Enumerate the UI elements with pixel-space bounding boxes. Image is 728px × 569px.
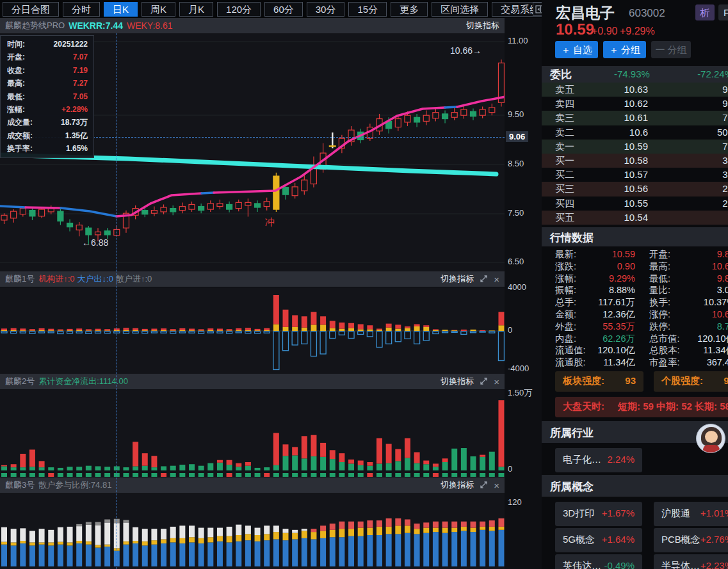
panel1-legend-item: 大户出↓:0 xyxy=(77,274,113,284)
add-group-button[interactable]: ＋ 分组 xyxy=(603,41,646,58)
switch-indicator-main[interactable]: 切换指标 xyxy=(466,20,499,31)
quote-panel: 宏昌电子 603002 析 F10 10.59 +0.90 +9.29% ＋ 自… xyxy=(542,0,728,569)
axis-label: 0 xyxy=(508,464,512,474)
panel3-bar-chart xyxy=(0,493,505,569)
tab-120分[interactable]: 120分 xyxy=(217,2,261,17)
weibi-value2: -72.24% xyxy=(697,68,728,79)
tooltip-row: 成交额:1.35亿 xyxy=(1,129,93,142)
quote-row: 涨幅:9.29%最低:9.80 xyxy=(542,273,728,285)
tooltip-row: 开盘:7.07 xyxy=(1,51,93,63)
panel3-header: 麒麟3号 散户参与比例:74.81 切换指标 × xyxy=(0,477,505,493)
panel1-header: 麒麟1号 机构进↑:0大户出↓:0散户进↑:0 切换指标 × xyxy=(0,271,505,287)
quote-row: 振幅:8.88%量比:3.07 xyxy=(542,284,728,296)
last-price: 10.59 xyxy=(556,20,594,38)
panel3-legend: 散户参与比例:74.81 xyxy=(38,479,441,491)
concept-chip-3D打印[interactable]: 3D打印+1.67% xyxy=(555,502,642,526)
chart-region: 麒麟趋势线PRO WEKRR:7.44 WEKY:8.61 切换指标 麒麟1号 … xyxy=(0,18,542,569)
concept-chip-半导体…[interactable]: 半导体…+2.23% xyxy=(654,554,728,569)
order-book-row[interactable]: 卖四10.6294 xyxy=(542,97,728,111)
quote-row: 最新:10.59开盘:9.80 xyxy=(542,248,728,260)
close-icon[interactable]: × xyxy=(494,378,499,385)
tab-区间选择[interactable]: 区间选择 xyxy=(432,2,488,17)
tab-60分[interactable]: 60分 xyxy=(264,2,303,17)
tooltip-row: 成交量:18.73万 xyxy=(1,116,93,129)
expand-icon[interactable] xyxy=(480,275,487,284)
chart-annotation: 10.66→ xyxy=(450,45,481,56)
tooltip-row: 最高:7.27 xyxy=(1,77,93,90)
close-icon[interactable]: × xyxy=(494,276,499,283)
quote-row: 流通值:120.10亿总股本:11.34亿 xyxy=(542,344,728,357)
order-book-row[interactable]: 买一10.5834 xyxy=(542,154,728,168)
switch-indicator-panel1[interactable]: 切换指标 xyxy=(441,273,474,285)
analysis-badge[interactable]: 析 xyxy=(695,4,715,20)
tab-月K[interactable]: 月K xyxy=(179,2,213,17)
order-book-row[interactable]: 卖二10.6503 xyxy=(542,125,728,140)
tooltip-row: 时间:20251222 xyxy=(1,38,93,51)
axis-label: 0 xyxy=(508,325,512,335)
industry-chip[interactable]: 电子化… 2.24% xyxy=(555,448,642,472)
switch-indicator-panel3[interactable]: 切换指标 xyxy=(441,479,474,491)
weibi-bar: 委比 -74.93% -72.24% xyxy=(542,66,728,83)
panel2-title: 麒麟2号 xyxy=(5,376,35,387)
tab-分日合图[interactable]: 分日合图 xyxy=(3,2,59,17)
axis-label: 9.06 xyxy=(506,131,528,142)
tab-15分[interactable]: 15分 xyxy=(348,2,387,17)
order-book-row[interactable]: 买三10.5623 xyxy=(542,182,728,196)
tab-分时[interactable]: 分时 xyxy=(63,2,100,17)
switch-indicator-panel2[interactable]: 切换指标 xyxy=(441,376,474,387)
tooltip-row: 涨幅:+2.28% xyxy=(1,103,93,116)
axis-label: 11.00 xyxy=(508,36,528,45)
concept-chip-PCB概念[interactable]: PCB概念+2.76% xyxy=(654,528,728,552)
axis-label: 6.50 xyxy=(508,257,524,266)
wekrr-value: WEKRR:7.44 xyxy=(69,20,123,31)
tab-周K[interactable]: 周K xyxy=(142,2,175,17)
tab-日K[interactable]: 日K xyxy=(104,2,138,17)
price-change-percent: +9.29% xyxy=(620,26,655,37)
trading-app: 分日合图分时日K周K月K120分60分30分15分更多区间选择交易系统 麒麟趋势… xyxy=(0,0,728,569)
expand-icon[interactable] xyxy=(480,481,487,490)
quote-section-header: 行情数据 xyxy=(542,227,728,246)
order-book-row[interactable]: 卖五10.6398 xyxy=(542,83,728,97)
tab-30分[interactable]: 30分 xyxy=(307,2,345,17)
axis-label: 8.50 xyxy=(508,159,524,168)
order-book-row[interactable]: 买四10.5526 xyxy=(542,196,728,211)
order-book-row[interactable]: 买五10.547 xyxy=(542,211,728,225)
price-axis: 11.009.508.507.506.509.0640000-40001.50万… xyxy=(505,18,542,569)
f10-badge[interactable]: F10 xyxy=(718,4,728,20)
panel1-legend-item: 机构进↑:0 xyxy=(38,274,74,284)
stock-code: 603002 xyxy=(629,7,665,20)
order-book-row[interactable]: 卖三10.6170 xyxy=(542,111,728,125)
avatar-shirt xyxy=(703,445,720,453)
axis-label: 1.50万 xyxy=(508,387,532,399)
order-book-row[interactable]: 买二10.5735 xyxy=(542,168,728,182)
market-timing-box: 大盘天时: 短期: 59 中期: 52 长期: 58 xyxy=(555,397,728,417)
tab-更多[interactable]: 更多 xyxy=(391,2,428,17)
chart-annotation: 冲 xyxy=(265,216,275,228)
panel1-title: 麒麟1号 xyxy=(5,273,35,285)
panel2-bar-chart xyxy=(0,389,505,477)
remove-group-button[interactable]: 一 分组 xyxy=(651,41,691,58)
axis-label: 9.50 xyxy=(508,109,524,119)
concepts-section-header: 所属概念 xyxy=(542,475,728,497)
weky-value: WEKY:8.61 xyxy=(127,20,173,31)
tooltip-row: 最低:7.05 xyxy=(1,90,93,103)
concept-chip-5G概念[interactable]: 5G概念+1.64% xyxy=(555,528,642,552)
main-chart-header: 麒麟趋势线PRO WEKRR:7.44 WEKY:8.61 切换指标 xyxy=(0,18,505,33)
assistant-avatar[interactable] xyxy=(696,424,725,453)
panel3-title: 麒麟3号 xyxy=(5,479,35,491)
add-watchlist-button[interactable]: ＋ 自选 xyxy=(555,41,598,58)
main-indicator-title: 麒麟趋势线PRO xyxy=(5,20,65,31)
sector-strength-box: 板块强度: 93 xyxy=(555,371,643,392)
concept-chip-英伟达…[interactable]: 英伟达…-0.49% xyxy=(555,554,642,569)
chart-annotation: ←6.88 xyxy=(82,237,108,248)
order-book-row[interactable]: 卖一10.5978 xyxy=(542,140,728,154)
period-tabbar: 分日合图分时日K周K月K120分60分30分15分更多区间选择交易系统 xyxy=(0,0,542,18)
close-icon[interactable]: × xyxy=(494,482,499,489)
concept-chip-沪股通[interactable]: 沪股通+1.01% xyxy=(654,502,728,526)
weibi-value: -74.93% xyxy=(614,68,650,79)
tooltip-row: 换手率:1.65% xyxy=(1,142,93,155)
stock-strength-box: 个股强度: 93 xyxy=(654,371,728,392)
expand-icon[interactable] xyxy=(480,377,487,387)
panel1-bar-chart xyxy=(0,288,505,374)
panel2-header: 麒麟2号 累计资金净流出:1114.00 切换指标 × xyxy=(0,374,505,389)
